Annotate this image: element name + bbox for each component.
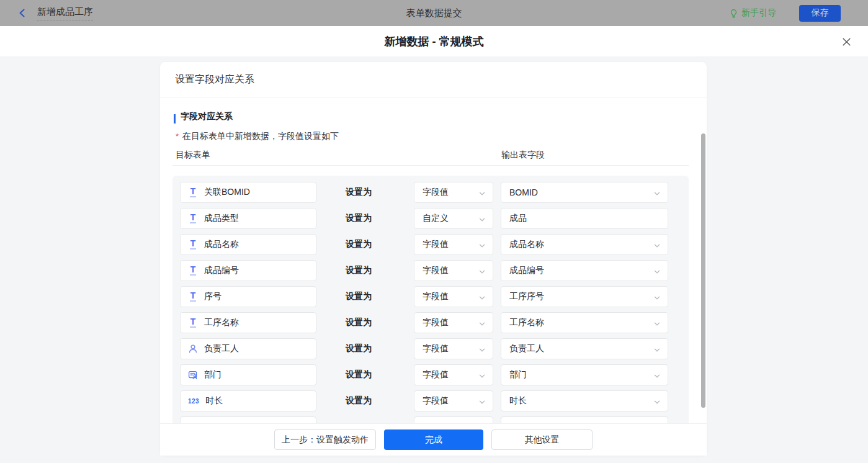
set-as-label: 设置为 [346, 338, 372, 359]
mode-select[interactable]: 字段值 [414, 338, 493, 359]
output-field-select[interactable]: 时长 [501, 390, 668, 411]
target-field-label: 时长 [205, 395, 223, 407]
beginner-guide-button[interactable]: 新手引导 [728, 7, 776, 19]
target-field-label: 成品编号 [204, 265, 239, 276]
column-header-output-fields: 输出表字段 [501, 148, 545, 161]
mode-select-value: 字段值 [423, 265, 449, 276]
target-field-box: T 成品名称 [180, 234, 316, 255]
rows-panel: T 关联BOMID 设置为 字段值 BOMID T 成品类型 设置为 [172, 176, 689, 423]
text-field-icon: T [188, 240, 198, 249]
chevron-down-icon [478, 241, 486, 251]
output-field-value: 负责工人 [509, 343, 544, 354]
card-footer: 上一步：设置触发动作 完成 其他设置 [160, 423, 707, 456]
target-field-label: 序号 [204, 291, 221, 302]
close-button[interactable] [839, 35, 853, 48]
set-as-label: 设置为 [346, 234, 372, 255]
field-mapping-row: 部门 设置为 字段值 部门 [172, 364, 689, 385]
target-field-box: T 成品编号 [180, 260, 316, 281]
chevron-down-icon [478, 320, 486, 330]
chevron-down-icon [653, 320, 661, 330]
vertical-scrollbar-thumb[interactable] [701, 133, 705, 408]
output-field-value: BOMID [509, 187, 538, 197]
mode-select[interactable]: 字段值 [414, 234, 493, 255]
mode-select[interactable]: 字段值 [414, 312, 493, 333]
chevron-down-icon [478, 215, 486, 225]
column-header-target-form: 目标表单 [176, 148, 210, 161]
partial-next-row [172, 416, 689, 423]
target-field-box: T 工序名称 [180, 312, 316, 333]
previous-step-button[interactable]: 上一步：设置触发动作 [274, 429, 376, 450]
field-mapping-row: T 工序名称 设置为 字段值 工序名称 [172, 312, 689, 333]
chevron-down-icon [653, 189, 661, 199]
target-field-box: 负责工人 [180, 338, 316, 359]
set-as-label: 设置为 [346, 364, 372, 385]
text-field-icon: T [188, 318, 198, 328]
output-field-select[interactable]: 成品名称 [501, 234, 668, 255]
section-note: *在目标表单中新增数据，字段值设置如下 [176, 130, 339, 143]
mode-select[interactable]: 字段值 [414, 286, 493, 307]
output-field-value: 工序序号 [509, 291, 544, 302]
section-accent-bar [174, 114, 176, 124]
number-icon: 123 [188, 398, 199, 405]
field-mapping-row: 负责工人 设置为 字段值 负责工人 [172, 338, 689, 359]
output-field-value: 成品编号 [509, 265, 544, 276]
text-field-icon: T [188, 187, 198, 197]
partial-row-box [414, 416, 493, 423]
mode-select-value: 字段值 [423, 187, 449, 198]
chevron-down-icon [653, 346, 661, 356]
card-body: 字段对应关系 *在目标表单中新增数据，字段值设置如下 目标表单 输出表字段 T … [160, 97, 707, 423]
save-button[interactable]: 保存 [799, 5, 841, 22]
mode-select[interactable]: 字段值 [414, 390, 493, 411]
field-mapping-card: 设置字段对应关系 字段对应关系 *在目标表单中新增数据，字段值设置如下 目标表单… [160, 62, 707, 456]
target-field-label: 关联BOMID [204, 187, 250, 198]
modal-title: 新增数据 - 常规模式 [385, 34, 484, 49]
output-field-select[interactable]: 成品编号 [501, 260, 668, 281]
divider [172, 165, 689, 166]
output-field-select[interactable]: BOMID [501, 182, 668, 203]
field-mapping-row: T 成品名称 设置为 字段值 成品名称 [172, 234, 689, 255]
target-field-label: 工序名称 [204, 317, 239, 328]
mode-select[interactable]: 字段值 [414, 364, 493, 385]
target-field-label: 负责工人 [204, 343, 239, 354]
text-field-icon: T [188, 292, 198, 302]
partial-row-box [501, 416, 668, 423]
lightbulb-icon [728, 9, 738, 18]
field-mapping-row: T 成品编号 设置为 字段值 成品编号 [172, 260, 689, 281]
mode-select-value: 字段值 [423, 291, 449, 302]
field-mapping-row: T 成品类型 设置为 自定义 成品 [172, 208, 689, 229]
card-header: 设置字段对应关系 [160, 62, 707, 97]
mode-select-value: 字段值 [423, 317, 449, 328]
done-button[interactable]: 完成 [384, 429, 483, 450]
target-field-box: T 关联BOMID [180, 182, 316, 203]
partial-row-box [180, 416, 316, 423]
output-field-select[interactable]: 工序名称 [501, 312, 668, 333]
guide-label: 新手引导 [741, 7, 776, 19]
chevron-down-icon [653, 267, 661, 277]
modal-body: 设置字段对应关系 字段对应关系 *在目标表单中新增数据，字段值设置如下 目标表单… [0, 57, 868, 463]
mode-select[interactable]: 字段值 [414, 260, 493, 281]
mode-select[interactable]: 字段值 [414, 182, 493, 203]
field-mapping-row: T 序号 设置为 字段值 工序序号 [172, 286, 689, 307]
screen: 新增成品工序 表单数据提交 新手引导 保存 新增数据 - 常规模式 [0, 0, 868, 463]
set-as-label: 设置为 [346, 208, 372, 229]
mode-select-value: 字段值 [423, 343, 449, 354]
set-as-label: 设置为 [346, 182, 372, 203]
output-field-value: 时长 [509, 395, 527, 407]
output-field-select[interactable]: 部门 [501, 364, 668, 385]
chevron-down-icon [478, 398, 486, 408]
text-field-icon: T [188, 214, 198, 223]
output-value-input[interactable]: 成品 [501, 208, 668, 229]
mode-select-value: 字段值 [423, 395, 449, 407]
set-as-label: 设置为 [346, 286, 372, 307]
target-field-label: 成品名称 [204, 239, 239, 250]
output-field-value: 成品 [509, 213, 527, 224]
close-icon [841, 37, 852, 47]
modal-header: 新增数据 - 常规模式 [0, 26, 868, 57]
output-field-select[interactable]: 工序序号 [501, 286, 668, 307]
other-settings-button[interactable]: 其他设置 [491, 429, 593, 450]
mode-select[interactable]: 自定义 [414, 208, 493, 229]
target-field-box: T 序号 [180, 286, 316, 307]
chevron-down-icon [478, 372, 486, 382]
output-field-select[interactable]: 负责工人 [501, 338, 668, 359]
chevron-down-icon [478, 294, 486, 303]
